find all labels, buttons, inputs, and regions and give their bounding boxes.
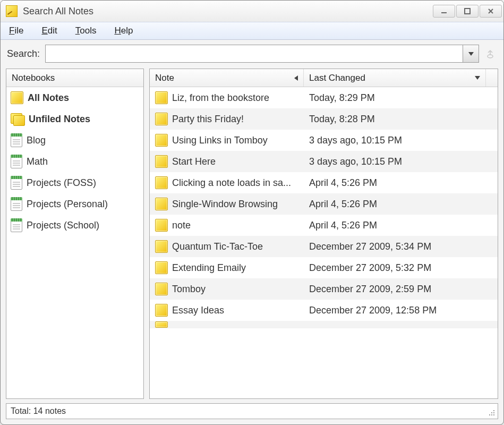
menubar: File Edit Tools Help xyxy=(1,22,503,40)
note-icon xyxy=(155,321,168,328)
menu-tools[interactable]: Tools xyxy=(72,24,100,37)
notes-panel: Note Last Changed Liz, from the bookstor… xyxy=(149,69,498,399)
notebooks-header[interactable]: Notebooks xyxy=(6,69,143,87)
search-row: Search: xyxy=(6,42,498,65)
note-row[interactable]: Clicking a note loads in sa...April 4, 5… xyxy=(150,172,498,193)
note-icon xyxy=(155,155,168,168)
notebook-icon xyxy=(11,133,22,147)
note-icon xyxy=(155,240,168,253)
note-last-changed: December 27 2009, 5:32 PM xyxy=(304,262,498,274)
search-dropdown-button[interactable] xyxy=(463,45,479,62)
note-last-changed: April 4, 5:26 PM xyxy=(304,220,498,231)
note-last-changed: 3 days ago, 10:15 PM xyxy=(304,156,498,167)
note-row[interactable]: Liz, from the bookstoreToday, 8:29 PM xyxy=(150,87,498,108)
note-last-changed: Today, 8:28 PM xyxy=(304,114,498,125)
note-icon xyxy=(155,113,168,125)
clear-search-button[interactable] xyxy=(482,46,498,62)
app-icon xyxy=(6,5,18,17)
note-last-changed: Today, 8:29 PM xyxy=(304,92,498,104)
svg-rect-1 xyxy=(465,8,470,14)
note-title: note xyxy=(172,220,191,231)
note-title: Quantum Tic-Tac-Toe xyxy=(172,241,263,252)
notebook-item[interactable]: Unfiled Notes xyxy=(6,108,143,130)
note-icon xyxy=(155,176,168,189)
note-row[interactable]: Essay IdeasDecember 27 2009, 12:58 PM xyxy=(150,300,498,321)
notebook-icon xyxy=(11,218,22,232)
notebook-label: Unfiled Notes xyxy=(29,114,90,125)
note-title: Extending Emaily xyxy=(172,262,246,274)
notebooks-list: All NotesUnfiled NotesBlogMathProjects (… xyxy=(6,87,143,398)
notebook-item[interactable]: Blog xyxy=(6,130,143,151)
note-title: Tomboy xyxy=(172,284,206,295)
note-last-changed: December 27 2009, 2:59 PM xyxy=(304,284,498,295)
column-header-note[interactable]: Note xyxy=(150,69,304,87)
notebook-icon xyxy=(11,176,22,190)
note-title: Liz, from the bookstore xyxy=(172,92,269,104)
notebook-label: Blog xyxy=(27,135,46,146)
search-label: Search: xyxy=(7,48,40,60)
notebook-label: Projects (School) xyxy=(27,220,99,231)
note-icon xyxy=(155,304,168,317)
note-row[interactable]: Single-Window BrowsingApril 4, 5:26 PM xyxy=(150,193,498,215)
notebooks-panel: Notebooks All NotesUnfiled NotesBlogMath… xyxy=(6,69,144,399)
note-title: Party this Friday! xyxy=(172,114,244,125)
sort-indicator-icon xyxy=(294,75,298,81)
note-row[interactable]: TomboyDecember 27 2009, 2:59 PM xyxy=(150,278,498,300)
notebook-label: All Notes xyxy=(28,92,69,104)
notebook-item[interactable]: All Notes xyxy=(6,87,143,108)
notebook-item[interactable]: Projects (Personal) xyxy=(6,193,143,215)
notes-list[interactable]: Liz, from the bookstoreToday, 8:29 PMPar… xyxy=(150,87,498,398)
column-header-last-changed[interactable]: Last Changed xyxy=(304,69,486,87)
minimize-button[interactable] xyxy=(433,5,455,18)
note-title: Clicking a note loads in sa... xyxy=(172,177,291,189)
note-title: Essay Ideas xyxy=(172,305,224,316)
menu-file[interactable]: File xyxy=(6,24,27,37)
note-icon xyxy=(155,283,168,295)
note-row[interactable]: Quantum Tic-Tac-ToeDecember 27 2009, 5:3… xyxy=(150,236,498,257)
close-button[interactable] xyxy=(480,5,502,18)
note-title: Start Here xyxy=(172,156,216,167)
notebook-item[interactable]: Projects (School) xyxy=(6,215,143,236)
note-last-changed: December 27 2009, 12:58 PM xyxy=(304,305,498,316)
note-row[interactable]: Party this Friday!Today, 8:28 PM xyxy=(150,108,498,130)
note-title: Single-Window Browsing xyxy=(172,199,278,210)
resize-grip[interactable] xyxy=(489,410,496,417)
note-icon xyxy=(155,198,168,210)
status-total: Total: 14 notes xyxy=(11,406,66,416)
search-combo xyxy=(45,45,479,63)
note-last-changed: 3 days ago, 10:15 PM xyxy=(304,135,498,146)
note-last-changed: April 4, 5:26 PM xyxy=(304,199,498,210)
search-input[interactable] xyxy=(46,45,463,62)
menu-edit[interactable]: Edit xyxy=(38,24,60,37)
maximize-button[interactable] xyxy=(456,5,479,18)
note-icon xyxy=(155,91,168,104)
note-icon xyxy=(155,134,168,147)
status-bar: Total: 14 notes xyxy=(6,403,498,419)
notebook-label: Math xyxy=(27,156,48,167)
note-row[interactable]: noteApril 4, 5:26 PM xyxy=(150,215,498,236)
menu-help[interactable]: Help xyxy=(111,24,136,37)
note-title: Using Links in Tomboy xyxy=(172,135,268,146)
sort-indicator-icon xyxy=(475,76,480,80)
chevron-down-icon xyxy=(468,52,474,56)
note-last-changed: December 27 2009, 5:34 PM xyxy=(304,241,498,252)
notebook-label: Projects (Personal) xyxy=(27,199,108,210)
notebook-item[interactable]: Math xyxy=(6,151,143,172)
svg-point-4 xyxy=(488,55,493,58)
note-icon xyxy=(155,219,168,232)
window-title: Search All Notes xyxy=(23,6,432,17)
notebook-icon xyxy=(11,197,22,211)
titlebar[interactable]: Search All Notes xyxy=(1,1,503,22)
note-last-changed: April 4, 5:26 PM xyxy=(304,177,498,189)
notes-header: Note Last Changed xyxy=(150,69,498,87)
note-row[interactable]: Extending EmailyDecember 27 2009, 5:32 P… xyxy=(150,257,498,278)
note-icon xyxy=(11,91,23,104)
notebook-item[interactable]: Projects (FOSS) xyxy=(6,172,143,193)
note-row[interactable]: Start Here3 days ago, 10:15 PM xyxy=(150,151,498,172)
note-icon xyxy=(155,261,168,274)
notebook-icon xyxy=(11,155,22,168)
app-window: Search All Notes File Edit Tools Help Se… xyxy=(0,0,504,425)
note-row[interactable]: Using Links in Tomboy3 days ago, 10:15 P… xyxy=(150,130,498,151)
note-row[interactable] xyxy=(150,321,498,328)
unfiled-icon xyxy=(11,113,24,125)
